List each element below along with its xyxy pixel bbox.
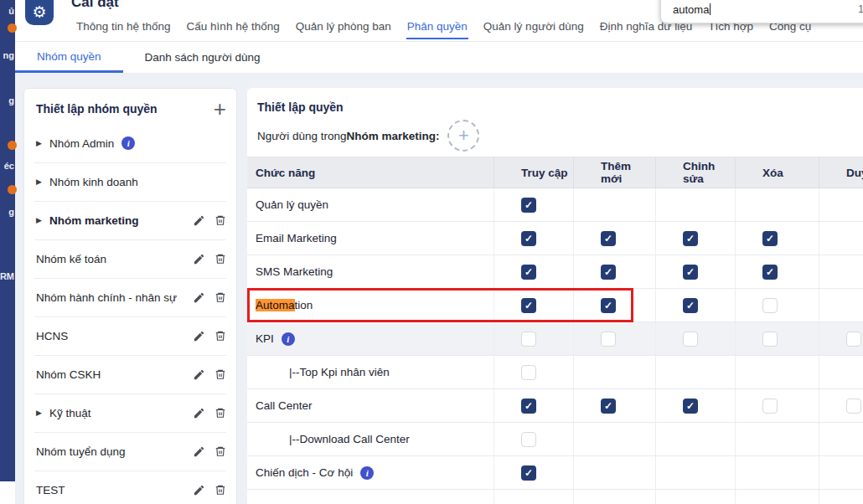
group-item[interactable]: HCNS	[24, 316, 236, 355]
delete-trash-icon[interactable]	[214, 329, 226, 342]
text-caret	[710, 3, 711, 15]
expand-arrow-icon[interactable]: ▶	[36, 216, 49, 224]
permission-cell	[819, 222, 863, 255]
group-item[interactable]: Nhóm hành chính - nhân sự	[24, 278, 236, 316]
add-user-button[interactable]: +	[447, 120, 479, 152]
subtab-nhóm-quyền[interactable]: Nhóm quyền	[15, 42, 123, 73]
group-item[interactable]: Nhóm CSKH	[24, 355, 236, 393]
edit-pencil-icon[interactable]	[193, 291, 205, 304]
checkbox-unchecked[interactable]	[846, 399, 861, 414]
settings-module-tile[interactable]: ⚙	[25, 0, 54, 25]
column-header: Chỉnh sửa	[656, 157, 736, 188]
browser-find-bar[interactable]: automa 1/1	[660, 0, 863, 23]
group-item[interactable]: TEST	[24, 471, 236, 504]
delete-trash-icon[interactable]	[214, 483, 226, 496]
clipped-nav-item[interactable]: ng	[3, 50, 14, 60]
group-item[interactable]: ▶Kỹ thuật	[24, 393, 236, 432]
subtab-danh-sách-người-dùng[interactable]: Danh sách người dùng	[123, 42, 282, 73]
permission-cell	[656, 222, 736, 255]
group-item[interactable]: ▶Nhóm marketing	[24, 201, 236, 239]
permissions-table: Chức năngTruy cậpThêm mớiChỉnh sửaXóaDuy…	[247, 157, 863, 504]
checkbox-checked[interactable]	[683, 298, 698, 313]
table-row: KPIi	[247, 322, 863, 356]
permission-cell	[819, 289, 863, 321]
function-name-cell: SMS Marketing	[247, 255, 494, 288]
info-icon[interactable]: i	[282, 332, 295, 346]
groups-panel-title: Thiết lập nhóm quyền	[36, 102, 158, 116]
checkbox-checked[interactable]	[521, 399, 536, 414]
nav-dot-icon[interactable]	[8, 185, 17, 194]
edit-pencil-icon[interactable]	[193, 330, 205, 342]
checkbox-unchecked[interactable]	[521, 365, 536, 380]
group-item[interactable]: Nhóm kế toán	[24, 239, 236, 278]
delete-trash-icon[interactable]	[214, 213, 226, 227]
group-item[interactable]: ▶Nhóm Admini	[24, 124, 236, 162]
checkbox-checked[interactable]	[521, 198, 536, 213]
checkbox-checked[interactable]	[521, 465, 536, 481]
checkbox-unchecked[interactable]	[601, 332, 616, 347]
nav-dot-icon[interactable]	[8, 141, 17, 150]
tab-thông-tin-hệ-thống[interactable]: Thông tin hệ thống	[75, 20, 172, 39]
find-input[interactable]: automa	[673, 3, 709, 16]
checkbox-checked[interactable]	[601, 265, 616, 280]
tab-quản-lý-người-dùng[interactable]: Quản lý người dùng	[483, 20, 585, 39]
checkbox-unchecked[interactable]	[846, 332, 861, 347]
edit-pencil-icon[interactable]	[193, 484, 205, 496]
checkbox-unchecked[interactable]	[683, 332, 698, 347]
column-header: Truy cập	[494, 157, 574, 188]
clipped-nav-item[interactable]: RM	[0, 271, 14, 281]
permission-cell	[736, 322, 819, 355]
add-group-button[interactable]: +	[214, 100, 226, 118]
tab-cấu-hình-hệ-thống[interactable]: Cấu hình hệ thống	[186, 20, 281, 39]
clipped-nav-item[interactable]: ủ	[8, 6, 14, 16]
permission-cell	[494, 322, 574, 355]
edit-pencil-icon[interactable]	[193, 214, 205, 227]
permission-cell	[736, 289, 819, 321]
checkbox-unchecked[interactable]	[762, 298, 778, 313]
permission-cell	[656, 255, 736, 288]
edit-pencil-icon[interactable]	[193, 253, 205, 265]
checkbox-checked[interactable]	[683, 231, 698, 246]
info-icon[interactable]: i	[121, 136, 135, 150]
edit-pencil-icon[interactable]	[193, 407, 205, 419]
tab-phân-quyền[interactable]: Phân quyền	[406, 20, 468, 39]
checkbox-unchecked[interactable]	[521, 332, 536, 347]
checkbox-checked[interactable]	[762, 231, 778, 246]
permissions-panel: Thiết lập quyền Người dùng trong Nhóm ma…	[247, 88, 863, 504]
clipped-nav-item[interactable]: g	[8, 207, 14, 217]
checkbox-unchecked[interactable]	[762, 399, 778, 414]
permission-cell	[819, 456, 863, 489]
checkbox-checked[interactable]	[601, 231, 616, 246]
edit-pencil-icon[interactable]	[193, 368, 205, 381]
expand-arrow-icon[interactable]: ▶	[36, 409, 49, 417]
checkbox-checked[interactable]	[601, 399, 616, 414]
checkbox-checked[interactable]	[683, 399, 698, 414]
checkbox-checked[interactable]	[762, 265, 778, 280]
delete-trash-icon[interactable]	[214, 445, 226, 458]
checkbox-checked[interactable]	[683, 265, 698, 280]
nav-dot-icon[interactable]	[8, 23, 17, 33]
permission-cell	[736, 255, 819, 288]
checkbox-checked[interactable]	[521, 265, 536, 280]
checkbox-checked[interactable]	[521, 298, 536, 313]
delete-trash-icon[interactable]	[214, 406, 226, 419]
group-item[interactable]: Nhóm tuyển dụng	[24, 432, 236, 471]
checkbox-unchecked[interactable]	[521, 432, 536, 447]
expand-arrow-icon[interactable]: ▶	[36, 139, 49, 147]
edit-pencil-icon[interactable]	[193, 445, 205, 458]
checkbox-checked[interactable]	[601, 298, 616, 313]
clipped-nav-item[interactable]: éc	[4, 161, 14, 171]
group-item[interactable]: ▶Nhóm kinh doanh	[24, 162, 236, 201]
delete-trash-icon[interactable]	[214, 368, 226, 381]
delete-trash-icon[interactable]	[214, 252, 226, 265]
checkbox-unchecked[interactable]	[762, 332, 778, 347]
clipped-nav-item[interactable]: g	[8, 95, 14, 105]
function-name-cell: Automation	[247, 289, 494, 321]
checkbox-checked[interactable]	[521, 231, 536, 246]
tab-quản-lý-phòng-ban[interactable]: Quản lý phòng ban	[295, 20, 392, 39]
expand-arrow-icon[interactable]: ▶	[36, 177, 49, 186]
table-row: SMS Marketing	[247, 255, 863, 289]
info-icon[interactable]: i	[360, 466, 374, 480]
group-name: Nhóm CSKH	[36, 368, 101, 381]
delete-trash-icon[interactable]	[214, 291, 226, 304]
